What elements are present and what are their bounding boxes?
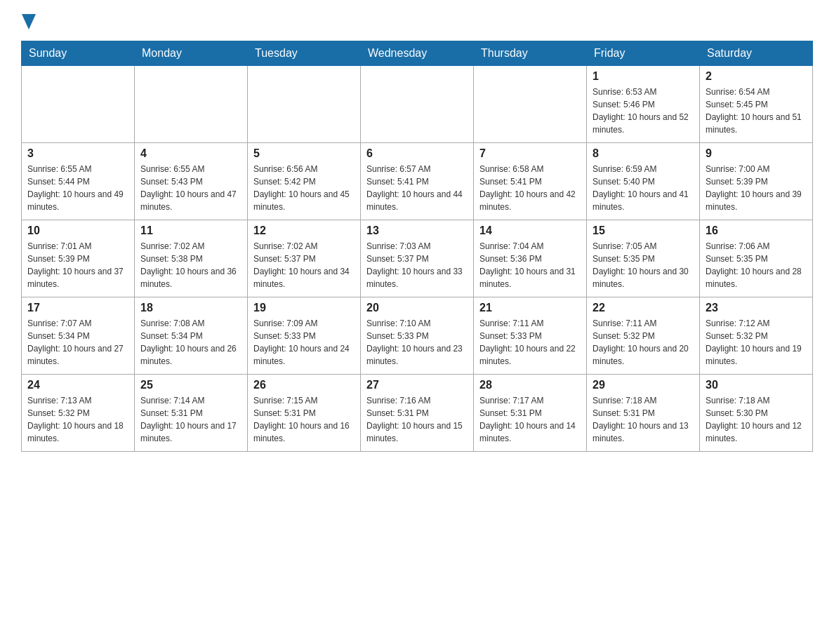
calendar-cell: 18Sunrise: 7:08 AMSunset: 5:34 PMDayligh…: [135, 297, 248, 375]
day-number: 27: [366, 379, 468, 391]
calendar-cell: 14Sunrise: 7:04 AMSunset: 5:36 PMDayligh…: [474, 220, 587, 297]
weekday-header-sunday: Sunday: [22, 41, 135, 66]
day-number: 26: [253, 379, 355, 391]
calendar-cell: 12Sunrise: 7:02 AMSunset: 5:37 PMDayligh…: [248, 220, 361, 297]
day-number: 11: [140, 224, 241, 237]
calendar-cell: 15Sunrise: 7:05 AMSunset: 5:35 PMDayligh…: [587, 220, 700, 297]
day-info: Sunrise: 7:14 AMSunset: 5:31 PMDaylight:…: [140, 394, 241, 445]
calendar-cell: [22, 66, 135, 143]
calendar-cell: [474, 66, 587, 143]
day-info: Sunrise: 7:02 AMSunset: 5:38 PMDaylight:…: [140, 240, 241, 290]
day-info: Sunrise: 7:05 AMSunset: 5:35 PMDaylight:…: [593, 240, 694, 290]
day-number: 7: [479, 147, 581, 160]
weekday-header-friday: Friday: [587, 41, 700, 66]
day-info: Sunrise: 7:10 AMSunset: 5:33 PMDaylight:…: [366, 317, 468, 368]
day-number: 6: [366, 147, 468, 160]
day-info: Sunrise: 7:09 AMSunset: 5:33 PMDaylight:…: [253, 317, 355, 368]
calendar-cell: 1Sunrise: 6:53 AMSunset: 5:46 PMDaylight…: [587, 66, 700, 143]
calendar-cell: 11Sunrise: 7:02 AMSunset: 5:38 PMDayligh…: [135, 220, 248, 297]
day-number: 22: [593, 302, 694, 314]
day-info: Sunrise: 6:59 AMSunset: 5:40 PMDaylight:…: [593, 163, 694, 213]
day-info: Sunrise: 6:55 AMSunset: 5:44 PMDaylight:…: [27, 163, 128, 213]
calendar-cell: [361, 66, 474, 143]
day-number: 30: [706, 379, 807, 391]
calendar-cell: 26Sunrise: 7:15 AMSunset: 5:31 PMDayligh…: [248, 375, 361, 452]
week-row-1: 1Sunrise: 6:53 AMSunset: 5:46 PMDaylight…: [22, 66, 813, 143]
day-number: 16: [706, 224, 807, 237]
weekday-header-thursday: Thursday: [474, 41, 587, 66]
day-info: Sunrise: 7:03 AMSunset: 5:37 PMDaylight:…: [366, 240, 468, 290]
logo: [21, 14, 37, 27]
day-info: Sunrise: 6:57 AMSunset: 5:41 PMDaylight:…: [366, 163, 468, 213]
day-number: 1: [593, 70, 694, 83]
day-number: 24: [27, 379, 128, 391]
calendar-cell: 27Sunrise: 7:16 AMSunset: 5:31 PMDayligh…: [361, 375, 474, 452]
day-info: Sunrise: 7:16 AMSunset: 5:31 PMDaylight:…: [366, 394, 468, 445]
calendar-cell: 19Sunrise: 7:09 AMSunset: 5:33 PMDayligh…: [248, 297, 361, 375]
calendar-cell: 22Sunrise: 7:11 AMSunset: 5:32 PMDayligh…: [587, 297, 700, 375]
calendar-cell: 20Sunrise: 7:10 AMSunset: 5:33 PMDayligh…: [361, 297, 474, 375]
weekday-header-tuesday: Tuesday: [248, 41, 361, 66]
calendar-cell: 21Sunrise: 7:11 AMSunset: 5:33 PMDayligh…: [474, 297, 587, 375]
day-info: Sunrise: 6:55 AMSunset: 5:43 PMDaylight:…: [140, 163, 241, 213]
day-number: 19: [253, 302, 355, 314]
day-info: Sunrise: 7:12 AMSunset: 5:32 PMDaylight:…: [706, 317, 807, 368]
day-number: 10: [27, 224, 128, 237]
day-info: Sunrise: 6:53 AMSunset: 5:46 PMDaylight:…: [593, 86, 694, 136]
day-number: 25: [140, 379, 241, 391]
calendar-cell: [135, 66, 248, 143]
calendar-cell: 30Sunrise: 7:18 AMSunset: 5:30 PMDayligh…: [700, 375, 813, 452]
day-info: Sunrise: 7:08 AMSunset: 5:34 PMDaylight:…: [140, 317, 241, 368]
day-info: Sunrise: 7:04 AMSunset: 5:36 PMDaylight:…: [479, 240, 581, 290]
day-number: 15: [593, 224, 694, 237]
day-number: 18: [140, 302, 241, 314]
calendar-cell: 8Sunrise: 6:59 AMSunset: 5:40 PMDaylight…: [587, 143, 700, 220]
calendar-cell: 23Sunrise: 7:12 AMSunset: 5:32 PMDayligh…: [700, 297, 813, 375]
calendar-cell: 4Sunrise: 6:55 AMSunset: 5:43 PMDaylight…: [135, 143, 248, 220]
calendar-cell: 16Sunrise: 7:06 AMSunset: 5:35 PMDayligh…: [700, 220, 813, 297]
weekday-header-monday: Monday: [135, 41, 248, 66]
day-number: 4: [140, 147, 241, 160]
day-info: Sunrise: 7:00 AMSunset: 5:39 PMDaylight:…: [706, 163, 807, 213]
calendar-cell: 29Sunrise: 7:18 AMSunset: 5:31 PMDayligh…: [587, 375, 700, 452]
calendar-cell: 9Sunrise: 7:00 AMSunset: 5:39 PMDaylight…: [700, 143, 813, 220]
day-info: Sunrise: 6:56 AMSunset: 5:42 PMDaylight:…: [253, 163, 355, 213]
day-info: Sunrise: 7:01 AMSunset: 5:39 PMDaylight:…: [27, 240, 128, 290]
day-number: 14: [479, 224, 581, 237]
week-row-3: 10Sunrise: 7:01 AMSunset: 5:39 PMDayligh…: [22, 220, 813, 297]
day-info: Sunrise: 7:11 AMSunset: 5:32 PMDaylight:…: [593, 317, 694, 368]
day-number: 21: [479, 302, 581, 314]
day-info: Sunrise: 7:15 AMSunset: 5:31 PMDaylight:…: [253, 394, 355, 445]
calendar-cell: 13Sunrise: 7:03 AMSunset: 5:37 PMDayligh…: [361, 220, 474, 297]
weekday-header-wednesday: Wednesday: [361, 41, 474, 66]
calendar-cell: 17Sunrise: 7:07 AMSunset: 5:34 PMDayligh…: [22, 297, 135, 375]
calendar-cell: 28Sunrise: 7:17 AMSunset: 5:31 PMDayligh…: [474, 375, 587, 452]
day-info: Sunrise: 6:54 AMSunset: 5:45 PMDaylight:…: [706, 86, 807, 136]
day-number: 23: [706, 302, 807, 314]
calendar-cell: 2Sunrise: 6:54 AMSunset: 5:45 PMDaylight…: [700, 66, 813, 143]
logo-arrow-icon: [22, 14, 36, 29]
week-row-4: 17Sunrise: 7:07 AMSunset: 5:34 PMDayligh…: [22, 297, 813, 375]
day-number: 20: [366, 302, 468, 314]
page-header: [21, 14, 813, 27]
calendar-cell: 6Sunrise: 6:57 AMSunset: 5:41 PMDaylight…: [361, 143, 474, 220]
calendar-cell: 3Sunrise: 6:55 AMSunset: 5:44 PMDaylight…: [22, 143, 135, 220]
calendar-table: SundayMondayTuesdayWednesdayThursdayFrid…: [21, 41, 813, 452]
week-row-2: 3Sunrise: 6:55 AMSunset: 5:44 PMDaylight…: [22, 143, 813, 220]
weekday-header-saturday: Saturday: [700, 41, 813, 66]
day-number: 3: [27, 147, 128, 160]
calendar-cell: 24Sunrise: 7:13 AMSunset: 5:32 PMDayligh…: [22, 375, 135, 452]
day-info: Sunrise: 7:18 AMSunset: 5:30 PMDaylight:…: [706, 394, 807, 445]
day-number: 2: [706, 70, 807, 83]
day-info: Sunrise: 7:17 AMSunset: 5:31 PMDaylight:…: [479, 394, 581, 445]
day-info: Sunrise: 7:13 AMSunset: 5:32 PMDaylight:…: [27, 394, 128, 445]
svg-marker-0: [22, 14, 36, 29]
day-info: Sunrise: 7:02 AMSunset: 5:37 PMDaylight:…: [253, 240, 355, 290]
day-info: Sunrise: 7:07 AMSunset: 5:34 PMDaylight:…: [27, 317, 128, 368]
day-info: Sunrise: 7:11 AMSunset: 5:33 PMDaylight:…: [479, 317, 581, 368]
day-info: Sunrise: 7:18 AMSunset: 5:31 PMDaylight:…: [593, 394, 694, 445]
day-number: 12: [253, 224, 355, 237]
day-number: 17: [27, 302, 128, 314]
day-number: 9: [706, 147, 807, 160]
day-number: 8: [593, 147, 694, 160]
